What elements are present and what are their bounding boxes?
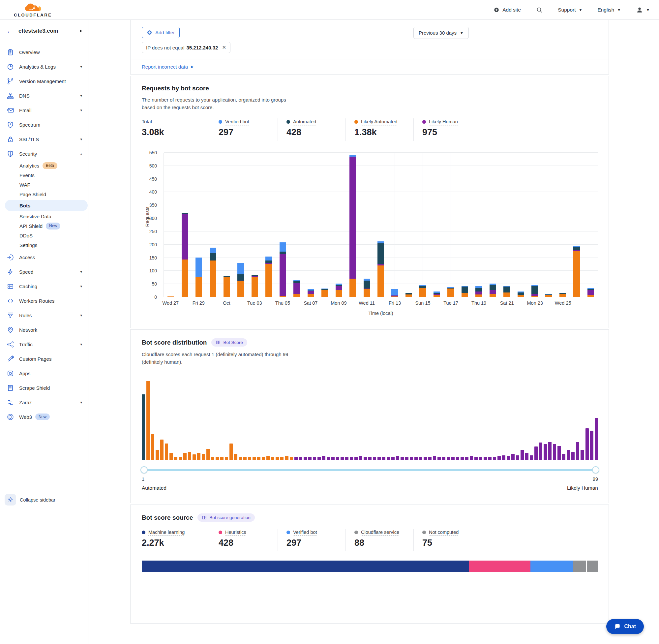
- sidebar-nav: Overview Analytics & Logs▾ Version Manag…: [0, 42, 88, 424]
- histogram-bar: [211, 457, 214, 460]
- chart-bar: [419, 153, 426, 297]
- y-tick-label: 500: [149, 163, 157, 168]
- bot-score-generation-badge[interactable]: Bot score generation: [197, 513, 255, 522]
- pie-chart-icon: [6, 63, 14, 71]
- support-menu[interactable]: Support ▼: [558, 7, 582, 13]
- histogram-bar: [257, 457, 260, 460]
- sidebar-item-analytics-logs[interactable]: Analytics & Logs▾: [0, 59, 88, 74]
- bar-segment: [280, 296, 286, 297]
- histogram-bar: [183, 453, 187, 460]
- histogram-bar: [368, 457, 372, 460]
- chart-bar: [167, 153, 174, 297]
- sidebar-item-security-settings[interactable]: Settings: [0, 240, 88, 250]
- stat-total: Total 3.08k: [142, 118, 210, 141]
- slider-handle-min[interactable]: [140, 466, 148, 474]
- histogram-bar: [262, 457, 265, 460]
- report-incorrect-data-link[interactable]: Report incorrect data ▶: [131, 59, 609, 74]
- slider-handle-max[interactable]: [592, 466, 599, 474]
- sidebar-item-security-events[interactable]: Events: [0, 170, 88, 180]
- language-menu[interactable]: English ▼: [597, 7, 621, 13]
- histogram-bar: [521, 450, 524, 460]
- sidebar-item-security[interactable]: Security▴: [0, 146, 88, 161]
- search-icon[interactable]: [536, 6, 543, 13]
- histogram-bar: [216, 457, 219, 460]
- chart-bar: [195, 153, 202, 297]
- x-tick-label: Sat 07: [304, 300, 317, 306]
- sidebar-item-email[interactable]: Email▾: [0, 103, 88, 117]
- sidebar-item-zaraz[interactable]: Zaraz▾: [0, 395, 88, 410]
- y-tick-label: 150: [149, 255, 157, 260]
- sidebar-item-security-bots[interactable]: Bots: [5, 200, 88, 211]
- bar-segment: [532, 286, 538, 294]
- bar-segment: [573, 247, 580, 250]
- likely-human-dot-icon: [422, 120, 426, 124]
- sidebar-item-speed[interactable]: Speed▾: [0, 264, 88, 279]
- time-range-dropdown[interactable]: Previous 30 days ▼: [414, 27, 469, 39]
- sidebar-item-access[interactable]: Access: [0, 250, 88, 264]
- sidebar-item-overview[interactable]: Overview: [0, 45, 88, 59]
- histogram-bar: [156, 450, 159, 460]
- chevron-down-icon: ▼: [460, 31, 464, 35]
- likely-automated-dot-icon: [354, 120, 358, 124]
- cloudflare-logo[interactable]: CLOUDFLARE: [14, 3, 52, 17]
- add-site-button[interactable]: Add site: [494, 7, 521, 13]
- chevron-right-icon: ▶: [191, 65, 193, 69]
- sidebar-item-security-waf[interactable]: WAF: [0, 180, 88, 190]
- sidebar-item-network[interactable]: Network: [0, 322, 88, 337]
- chart-bar: [322, 153, 328, 297]
- slider-value-labels: 1 99: [142, 477, 598, 482]
- bar-segment: [447, 289, 454, 297]
- site-breadcrumb[interactable]: ← cftestsite3.com: [0, 20, 88, 42]
- sidebar-item-caching[interactable]: Caching▾: [0, 279, 88, 294]
- likely-human-label: Likely Human: [567, 485, 598, 491]
- bar-segment: [419, 288, 426, 297]
- sidebar-item-apps[interactable]: Apps: [0, 366, 88, 381]
- bot-score-distribution-card: Bot score distribution Bot Score Cloudfl…: [130, 329, 609, 503]
- bot-score-badge[interactable]: Bot Score: [211, 338, 247, 347]
- histogram-bar: [239, 457, 242, 460]
- sidebar-item-web3[interactable]: Web3New: [0, 410, 88, 424]
- add-filter-button[interactable]: Add filter: [142, 27, 180, 38]
- sidebar-item-version-management[interactable]: Version Management: [0, 74, 88, 88]
- sidebar-item-security-sensitive-data[interactable]: Sensitive Data: [0, 212, 88, 221]
- account-menu[interactable]: ▼: [636, 6, 650, 14]
- main-content: Add filter IP does not equal 35.212.240.…: [88, 20, 659, 644]
- app-square-icon: [6, 370, 14, 377]
- histogram-bar: [322, 456, 325, 460]
- chat-bubble-icon: [614, 623, 621, 630]
- sidebar-item-traffic[interactable]: Traffic▾: [0, 337, 88, 351]
- back-arrow-icon[interactable]: ←: [6, 27, 14, 35]
- histogram-bar: [401, 457, 404, 460]
- sidebar-item-dns[interactable]: DNS▾: [0, 88, 88, 103]
- histogram-bar: [534, 446, 538, 460]
- sidebar-item-spectrum[interactable]: Spectrum: [0, 117, 88, 132]
- sidebar-item-security-api-shield[interactable]: API ShieldNew: [0, 221, 88, 231]
- histogram-bar: [405, 457, 408, 460]
- sidebar-item-ssl-tls[interactable]: SSL/TLS▾: [0, 132, 88, 146]
- sidebar-item-security-ddos[interactable]: DDoS: [0, 231, 88, 240]
- section-description: The number of requests to your applicati…: [142, 96, 288, 111]
- document-icon: [6, 384, 14, 392]
- sidebar-item-custom-pages[interactable]: Custom Pages: [0, 351, 88, 366]
- sidebar-item-workers-routes[interactable]: Workers Routes: [0, 294, 88, 308]
- collapse-sidebar-button[interactable]: Collapse sidebar: [0, 491, 88, 509]
- gear-icon[interactable]: [5, 494, 16, 506]
- filter-chip[interactable]: IP does not equal 35.212.240.32 ✕: [142, 42, 231, 53]
- histogram-bar: [502, 455, 505, 460]
- chat-button[interactable]: Chat: [606, 619, 644, 634]
- sidebar-item-security-page-shield[interactable]: Page Shield: [0, 190, 88, 199]
- remove-filter-icon[interactable]: ✕: [222, 45, 226, 50]
- x-tick-label: Wed 25: [555, 300, 571, 306]
- slider-track[interactable]: [142, 469, 597, 471]
- bar-segment: [391, 289, 398, 296]
- chart-bar: [433, 153, 440, 297]
- sidebar-item-scrape-shield[interactable]: Scrape Shield: [0, 381, 88, 395]
- histogram-bar: [451, 457, 455, 460]
- sidebar-item-security-analytics[interactable]: AnalyticsBeta: [0, 161, 88, 170]
- chevron-right-icon[interactable]: [80, 29, 82, 33]
- sidebar-item-rules[interactable]: Rules▾: [0, 308, 88, 322]
- stat-likely-human: Likely Human 975: [414, 118, 481, 141]
- user-icon: [636, 6, 643, 14]
- histogram-bar: [340, 457, 344, 460]
- stat-likely-automated: Likely Automated 1.38k: [346, 118, 414, 141]
